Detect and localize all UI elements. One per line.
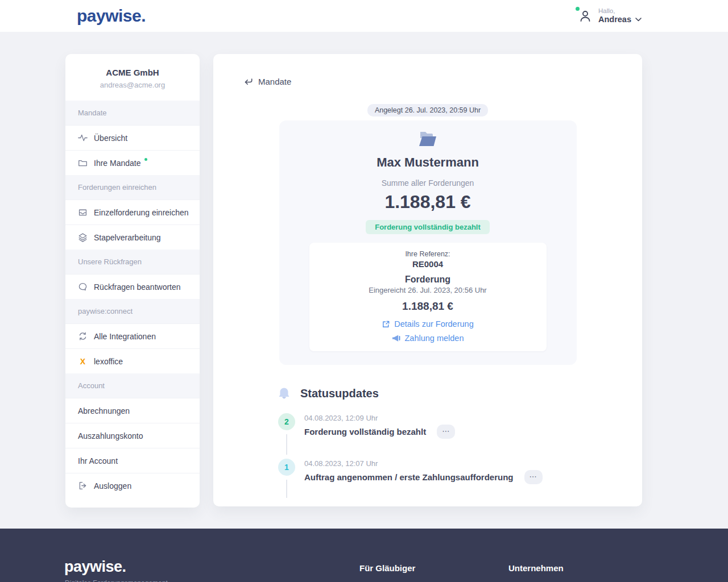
sidebar-section-mandate: Mandate xyxy=(65,101,200,125)
avatar xyxy=(578,9,593,23)
sidebar-section-forderungen: Forderungen einreichen xyxy=(65,175,200,199)
sidebar-item-ihr-account[interactable]: Ihr Account xyxy=(65,448,200,473)
status-update-text: Auftrag angenommen / erste Zahlungsauffo… xyxy=(304,472,514,482)
status-section-title: Statusupdates xyxy=(300,387,379,400)
sidebar-section-rueckfragen: Unsere Rückfragen xyxy=(65,250,200,274)
status-update-text: Forderung vollständig bezahlt xyxy=(304,427,426,436)
person-icon xyxy=(578,9,593,23)
online-status-dot xyxy=(576,7,580,11)
sidebar-section-connect: paywise:connect xyxy=(65,299,200,323)
claim-submitted-date: Eingereicht 26. Jul. 2023, 20:56 Uhr xyxy=(309,286,547,294)
sidebar-item-einzelforderung[interactable]: Einzelforderung einreichen xyxy=(65,199,200,225)
sidebar-item-lexoffice[interactable]: X lexoffice xyxy=(65,348,200,373)
status-step-number: 2 xyxy=(278,413,295,430)
footer-tagline: Digitales Forderungsmanagement xyxy=(65,579,168,582)
reference-value: RE0004 xyxy=(309,259,547,269)
timeline-connector xyxy=(286,434,287,455)
report-payment-link[interactable]: Zahlung melden xyxy=(309,334,547,343)
footer-column-unternehmen: Unternehmen xyxy=(508,563,564,573)
reference-label: Ihre Referenz: xyxy=(309,250,547,258)
company-name: ACME GmbH xyxy=(71,68,194,77)
paywise-logo[interactable]: paywise. xyxy=(77,6,146,26)
claim-details-link[interactable]: Details zur Forderung xyxy=(309,319,547,329)
sidebar-item-label: Übersicht xyxy=(94,134,127,143)
claim-amount: 1.188,81 € xyxy=(309,300,547,313)
sidebar-item-abrechnungen[interactable]: Abrechnungen xyxy=(65,398,200,423)
lexoffice-logo: X xyxy=(78,356,88,366)
back-arrow-icon xyxy=(243,77,253,86)
inbox-icon xyxy=(78,207,88,217)
report-payment-label: Zahlung melden xyxy=(405,334,464,343)
more-options-button[interactable]: ⋯ xyxy=(524,470,543,484)
sidebar-item-label: Abrechnungen xyxy=(78,406,130,415)
status-step-number: 1 xyxy=(278,459,295,476)
sidebar-item-alle-integrationen[interactable]: Alle Integrationen xyxy=(65,323,200,348)
sidebar-item-label: Ihre Mandate xyxy=(94,159,141,168)
sum-label: Summe aller Forderungen xyxy=(279,178,577,188)
chevron-down-icon xyxy=(635,18,642,22)
back-link-label: Mandate xyxy=(258,77,291,86)
profile-block: ACME GmbH andreas@acme.org xyxy=(65,54,200,101)
sidebar: ACME GmbH andreas@acme.org Mandate Übers… xyxy=(65,54,200,508)
status-updates-section: Statusupdates 2 04.08.2023, 12:09 Uhr Fo… xyxy=(278,387,642,498)
sidebar-nav: Mandate Übersicht Ihre Mandate Forderung… xyxy=(65,101,200,498)
claim-title: Forderung xyxy=(309,275,547,285)
logout-icon xyxy=(78,481,88,490)
sidebar-item-ausloggen[interactable]: Ausloggen xyxy=(65,473,200,498)
bell-icon xyxy=(278,387,290,400)
activity-icon xyxy=(78,133,88,143)
sidebar-item-rueckfragen-beantworten[interactable]: Rückfragen beantworten xyxy=(65,274,200,299)
sidebar-item-auszahlungskonto[interactable]: Auszahlungskonto xyxy=(65,423,200,448)
sidebar-item-label: Stapelverarbeitung xyxy=(94,233,161,242)
top-header: paywise. Hallo, Andreas xyxy=(0,0,728,32)
sidebar-item-uebersicht[interactable]: Übersicht xyxy=(65,125,200,150)
user-name: Andreas xyxy=(598,15,631,24)
user-text: Hallo, Andreas xyxy=(598,7,642,24)
unread-dot xyxy=(144,158,147,161)
sidebar-item-label: Auszahlungskonto xyxy=(78,431,143,440)
sidebar-item-label: Rückfragen beantworten xyxy=(94,282,181,292)
open-folder-icon xyxy=(417,131,439,147)
sidebar-item-stapelverarbeitung[interactable]: Stapelverarbeitung xyxy=(65,225,200,250)
status-timeline: 2 04.08.2023, 12:09 Uhr Forderung vollst… xyxy=(278,413,642,498)
user-greeting: Hallo, xyxy=(598,7,642,15)
sidebar-item-label: Ausloggen xyxy=(94,481,131,490)
megaphone-icon xyxy=(392,334,401,342)
more-options-button[interactable]: ⋯ xyxy=(437,425,455,439)
status-update-item: 1 04.08.2023, 12:07 Uhr Auftrag angenomm… xyxy=(278,459,642,498)
layers-icon xyxy=(78,232,88,242)
claim-details-label: Details zur Forderung xyxy=(394,319,473,329)
sidebar-item-label: Ihr Account xyxy=(78,456,118,465)
user-menu[interactable]: Hallo, Andreas xyxy=(578,7,642,24)
claim-card: Ihre Referenz: RE0004 Forderung Eingerei… xyxy=(309,243,547,351)
sync-icon xyxy=(78,331,88,341)
mandate-summary-card: Max Mustermann Summe aller Forderungen 1… xyxy=(279,120,577,365)
sidebar-section-account: Account xyxy=(65,373,200,398)
page-footer: paywise. Digitales Forderungsmanagement … xyxy=(0,529,728,582)
status-badge: Forderung vollständig bezahlt xyxy=(366,220,490,234)
mandate-name: Max Mustermann xyxy=(279,155,577,170)
created-date-badge: Angelegt 26. Jul. 2023, 20:59 Uhr xyxy=(367,104,488,117)
status-update-date: 04.08.2023, 12:07 Uhr xyxy=(304,459,543,468)
footer-column-glaeubiger: Für Gläubiger xyxy=(359,563,415,573)
sidebar-item-label: lexoffice xyxy=(94,357,123,366)
company-email: andreas@acme.org xyxy=(71,81,194,89)
back-to-mandate-link[interactable]: Mandate xyxy=(243,77,291,86)
folder-icon xyxy=(78,158,88,168)
sidebar-item-label: Einzelforderung einreichen xyxy=(94,208,189,217)
sum-value: 1.188,81 € xyxy=(279,192,577,213)
status-update-item: 2 04.08.2023, 12:09 Uhr Forderung vollst… xyxy=(278,413,642,459)
status-update-date: 04.08.2023, 12:09 Uhr xyxy=(304,414,455,422)
external-link-icon xyxy=(382,320,390,329)
sidebar-item-label: Alle Integrationen xyxy=(94,332,156,341)
main-panel: Mandate Angelegt 26. Jul. 2023, 20:59 Uh… xyxy=(213,54,642,506)
chat-icon xyxy=(78,282,88,292)
timeline-connector xyxy=(286,480,287,498)
footer-paywise-logo: paywise. xyxy=(64,558,126,576)
sidebar-item-ihre-mandate[interactable]: Ihre Mandate xyxy=(65,150,200,175)
content-area: ACME GmbH andreas@acme.org Mandate Übers… xyxy=(65,54,642,508)
